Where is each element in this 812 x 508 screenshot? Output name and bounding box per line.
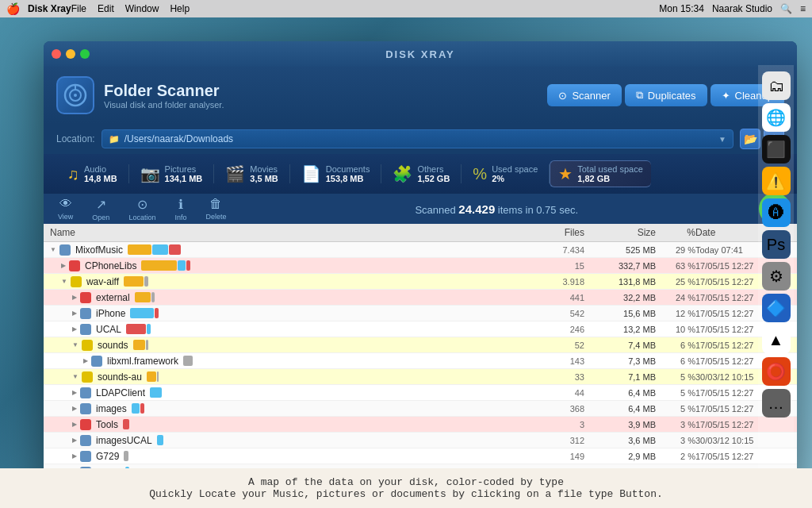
stat-audio[interactable]: ♫ Audio 14,8 MB <box>56 164 129 183</box>
table-row[interactable]: ▶ UCAL 246 13,2 MB 10 % 17/05/15 12:27 <box>44 321 797 337</box>
location-button[interactable]: ⊙ Location <box>121 194 163 225</box>
audio-value: 14,8 MB <box>84 174 117 183</box>
file-table: Name Files Size % Date ▼ MixofMusic 7.43… <box>44 224 797 484</box>
apple-menu[interactable]: 🍎 <box>6 2 20 15</box>
stat-movies[interactable]: 🎬 Movies 3,5 MB <box>214 164 289 183</box>
stat-total-used[interactable]: ★ Total used space 1,82 GB <box>550 160 651 187</box>
dropdown-arrow[interactable]: ▼ <box>718 135 726 144</box>
dock-icon-photoshop[interactable]: Ps <box>762 230 791 259</box>
table-row[interactable]: ▼ MixofMusic 7.434 525 MB 29 % Today 07:… <box>44 242 797 258</box>
table-row[interactable]: ▶ LDAPClient 44 6,4 MB 5 % 17/05/15 12:2… <box>44 385 797 401</box>
delete-button[interactable]: 🗑 Delete <box>197 194 234 224</box>
pictures-value: 134,1 MB <box>165 174 203 183</box>
dock-icon-blue-app[interactable]: 🔷 <box>762 294 791 322</box>
bottom-line2: Quickly Locate your Music, pictures or d… <box>149 488 663 500</box>
audio-icon: ♫ <box>67 165 79 183</box>
menu-help[interactable]: Help <box>170 3 190 14</box>
col-files: Files <box>521 227 584 238</box>
app-header: Folder Scanner Visual disk and folder an… <box>44 67 797 124</box>
table-row[interactable]: ▶ imagesUCAL 312 3,6 MB 3 % 30/03/12 10:… <box>44 433 797 448</box>
menu-time-display: Mon 15:34 <box>659 3 704 14</box>
movies-label: Movies <box>250 164 278 174</box>
movies-value: 3,5 MB <box>250 174 278 183</box>
location-bar: Location: 📁 /Users/naarak/Downloads ▼ 📂 … <box>44 124 797 154</box>
dock-icon-settings2[interactable]: ⚙ <box>762 262 791 291</box>
menu-bar: 🍎 Disk Xray File Edit Window Help Mon 15… <box>0 0 812 17</box>
app-menu-name[interactable]: Disk Xray <box>28 3 71 14</box>
view-icon: 👁 <box>59 197 72 211</box>
dock-icon-misc[interactable]: … <box>762 389 791 418</box>
table-row[interactable]: ▶ external 441 32,2 MB 24 % 17/05/15 12:… <box>44 290 797 306</box>
used-space-label: Used space <box>492 164 538 174</box>
traffic-lights <box>52 49 90 59</box>
search-icon[interactable]: 🔍 <box>780 3 792 14</box>
documents-value: 153,8 MB <box>326 174 370 183</box>
table-row[interactable]: ▼ sounds-au 33 7,1 MB 5 % 30/03/12 10:15 <box>44 369 797 385</box>
table-row[interactable]: ▼ wav-aiff 3.918 131,8 MB 25 % 17/05/15 … <box>44 274 797 290</box>
menu-window[interactable]: Window <box>125 3 159 14</box>
nav-buttons: ⊙ Scanner ⧉ Duplicates ✦ Cleanup <box>547 84 784 106</box>
movies-icon: 🎬 <box>225 164 245 183</box>
app-window-title: Folder Scanner <box>104 82 538 100</box>
stat-pictures[interactable]: 📷 Pictures 134,1 MB <box>129 164 215 183</box>
app-title-block: Folder Scanner Visual disk and folder an… <box>104 82 538 110</box>
scan-info: Scanned 24.429 items in 0.75 sec. <box>237 202 756 216</box>
pictures-label: Pictures <box>165 164 203 174</box>
table-row[interactable]: ▶ libxml.framework 143 7,3 MB 6 % 17/05/… <box>44 353 797 369</box>
file-list-area: Name Files Size % Date ▼ MixofMusic 7.43… <box>44 224 797 484</box>
bottom-description-bar: A map of the data on your disk, color-co… <box>0 468 812 508</box>
dock-icon-finder[interactable]: 🗂 <box>762 71 791 100</box>
stat-used-space[interactable]: % Used space 2% <box>462 164 550 183</box>
table-row[interactable]: ▶ images 368 6,4 MB 5 % 17/05/15 12:27 <box>44 401 797 417</box>
dock-icon-chrome[interactable]: 🌐 <box>762 103 791 132</box>
bottom-line1: A map of the data on your disk, color-co… <box>248 476 564 488</box>
dock-icon-terminal[interactable]: ⬛ <box>762 135 791 164</box>
stat-documents[interactable]: 📄 Documents 153,8 MB <box>290 164 382 183</box>
open-button[interactable]: ↗ Open <box>84 194 117 225</box>
app-logo <box>56 76 94 114</box>
title-bar: DISK XRAY <box>44 41 797 67</box>
menu-edit[interactable]: Edit <box>98 3 114 14</box>
stat-others[interactable]: 🧩 Others 1,52 GB <box>381 164 462 183</box>
table-row[interactable]: ▶ Tools 3 3,9 MB 3 % 17/05/15 12:27 <box>44 417 797 433</box>
pictures-icon: 📷 <box>140 164 160 183</box>
table-row[interactable]: ▶ iPhone 542 15,6 MB 12 % 17/05/15 12:27 <box>44 306 797 321</box>
folder-icon: 📁 <box>109 134 120 144</box>
toolbar: 👁 View ↗ Open ⊙ Location ℹ Info 🗑 De <box>44 194 797 224</box>
dock-icon-appstore[interactable]: 🅐 <box>762 198 791 227</box>
app-window-subtitle: Visual disk and folder analyser. <box>104 100 538 110</box>
cleanup-icon: ✦ <box>722 90 730 102</box>
documents-icon: 📄 <box>301 164 321 183</box>
minimize-button[interactable] <box>66 49 75 59</box>
menu-list-icon[interactable]: ≡ <box>800 3 806 14</box>
total-used-value: 1,82 GB <box>577 174 643 183</box>
dock-icon-drive[interactable]: ▲ <box>762 325 791 354</box>
dock-icon-warning[interactable]: ⚠️ <box>762 167 791 195</box>
table-row[interactable]: ▼ sounds 52 7,4 MB 6 % 17/05/15 12:27 <box>44 337 797 353</box>
window-title: DISK XRAY <box>385 48 455 60</box>
view-button[interactable]: 👁 View <box>50 194 81 224</box>
duplicates-button[interactable]: ⧉ Duplicates <box>625 84 707 106</box>
location-input[interactable]: 📁 /Users/naarak/Downloads ▼ <box>102 129 733 148</box>
table-row[interactable]: ▶ G729 149 2,9 MB 2 % 17/05/15 12:27 <box>44 448 797 464</box>
dock-icon-circle-app[interactable]: ⭕ <box>762 357 791 386</box>
duplicates-icon: ⧉ <box>636 89 643 102</box>
delete-icon: 🗑 <box>209 197 222 211</box>
info-button[interactable]: ℹ Info <box>167 194 194 225</box>
table-row[interactable]: ▶ CPhoneLibs 15 332,7 MB 63 % 17/05/15 1… <box>44 258 797 274</box>
used-space-value: 2% <box>492 174 538 183</box>
dock-right: 🗂 🌐 ⬛ ⚠️ 🅐 Ps ⚙ 🔷 ▲ ⭕ … <box>758 65 794 484</box>
maximize-button[interactable] <box>80 49 90 59</box>
location-path: /Users/naarak/Downloads <box>124 133 233 144</box>
used-space-icon: % <box>473 165 487 183</box>
info-icon: ℹ <box>178 197 183 212</box>
documents-label: Documents <box>326 164 370 174</box>
menu-file[interactable]: File <box>71 3 86 14</box>
close-button[interactable] <box>52 49 61 59</box>
scanner-button[interactable]: ⊙ Scanner <box>547 84 621 106</box>
audio-label: Audio <box>84 164 117 174</box>
others-value: 1,52 GB <box>417 174 450 183</box>
svg-point-2 <box>74 94 77 97</box>
app-window: DISK XRAY Folder Scanner Visual disk and… <box>44 41 797 484</box>
location-icon: ⊙ <box>137 197 147 212</box>
